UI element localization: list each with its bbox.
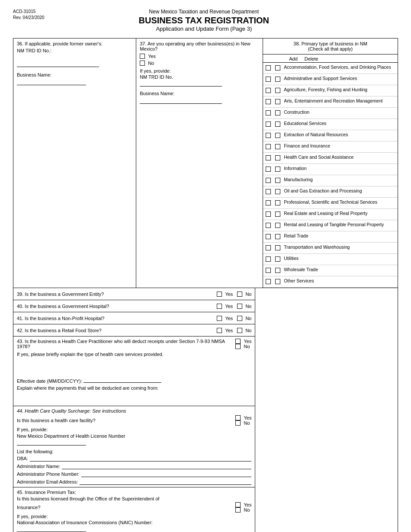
biz-type-del-checkbox-11[interactable]	[275, 189, 280, 194]
biz-type-label: Construction	[284, 109, 395, 115]
biz-type-label: Extraction of Natural Resources	[284, 132, 395, 138]
biz-type-del-checkbox-7[interactable]	[275, 144, 280, 149]
doc-id: ACD-31015 Rev. 04/23/2020	[13, 9, 45, 21]
q43-yes-checkbox[interactable]	[235, 339, 241, 344]
biz-type-del-checkbox-0[interactable]	[275, 65, 280, 71]
q39-no-checkbox[interactable]	[237, 292, 242, 297]
biz-type-label: Educational Services	[284, 121, 395, 127]
section-36: 36. If applicable, provide former owner'…	[13, 38, 136, 288]
biz-type-del-checkbox-19[interactable]	[275, 279, 280, 284]
q44-dba-field[interactable]	[30, 455, 252, 461]
q45-line2: Insurance?	[17, 505, 235, 510]
biz-type-del-checkbox-2[interactable]	[275, 88, 280, 93]
biz-type-del-checkbox-6[interactable]	[275, 133, 280, 138]
biz-type-del-checkbox-4[interactable]	[275, 110, 280, 115]
form-header: New Mexico Taxation and Revenue Departme…	[45, 9, 363, 32]
biz-type-add-checkbox-2[interactable]	[266, 88, 271, 93]
biz-type-add-checkbox-11[interactable]	[266, 189, 271, 194]
q43-effdate: Effective date (MM/DD/CCYY):	[17, 377, 251, 384]
biz-type-del-checkbox-8[interactable]	[275, 155, 280, 160]
biz-type-row: Professional, Scientific and Technical S…	[263, 198, 398, 209]
q37-ifyes: If yes, provide:	[140, 68, 259, 74]
biz-type-row: Educational Services	[263, 119, 398, 130]
biz-type-add-checkbox-15[interactable]	[266, 234, 271, 239]
q37-bizname-field[interactable]	[140, 98, 222, 104]
biz-type-row: Other Services	[263, 276, 398, 288]
biz-type-del-checkbox-18[interactable]	[275, 268, 280, 273]
biz-type-del-checkbox-15[interactable]	[275, 234, 280, 239]
q37-nmtrd: NM TRD ID No.	[140, 74, 259, 80]
biz-type-row: Real Estate and Leasing of Real Property	[263, 209, 398, 220]
q45-yes-checkbox[interactable]	[235, 502, 241, 507]
biz-type-del-checkbox-3[interactable]	[275, 99, 280, 104]
biz-type-del-checkbox-1[interactable]	[275, 77, 280, 82]
q44-adminname-field[interactable]	[62, 463, 251, 469]
q43-text: 43. Is the business a Health Care Practi…	[17, 339, 231, 349]
q43-no-checkbox[interactable]	[235, 344, 241, 349]
biz-type-add-checkbox-8[interactable]	[266, 155, 271, 160]
q44-adminemail-field[interactable]	[80, 479, 251, 485]
biz-type-del-checkbox-16[interactable]	[275, 245, 280, 250]
biz-type-add-checkbox-10[interactable]	[266, 178, 271, 183]
q45-no-checkbox[interactable]	[235, 507, 241, 513]
biz-type-del-checkbox-9[interactable]	[275, 167, 280, 172]
biz-type-label: Administrative and Support Services	[284, 76, 395, 82]
q37-yes-checkbox[interactable]	[140, 54, 145, 59]
q45-header: 45. Insurance Premium Tax:	[17, 490, 251, 495]
q37-nmtrd-field[interactable]	[140, 80, 222, 87]
q44-yes-checkbox[interactable]	[235, 415, 241, 420]
q39-row: 39. Is the business a Government Entity?…	[13, 288, 255, 300]
biz-type-row: Health Care and Social Assistance	[263, 153, 398, 164]
biz-type-del-checkbox-10[interactable]	[275, 178, 280, 183]
q43-effdate-field[interactable]	[83, 377, 161, 383]
q44-nmdept: New Mexico Department of Health License …	[17, 433, 251, 439]
q44-header: 44. Health Care Quality Surcharge: See i…	[17, 408, 251, 413]
q41-yes-checkbox[interactable]	[217, 316, 222, 321]
q44-list: List the following:	[17, 449, 251, 454]
biz-type-add-checkbox-7[interactable]	[266, 144, 271, 149]
biz-type-del-checkbox-5[interactable]	[275, 122, 280, 127]
q42-yes-checkbox[interactable]	[217, 328, 222, 333]
biz-type-add-checkbox-6[interactable]	[266, 133, 271, 138]
q37-label: 37. Are you operating any other business…	[140, 41, 259, 51]
q45-line1: Is this business licensed through the Of…	[17, 496, 251, 501]
biz-type-add-checkbox-18[interactable]	[266, 268, 271, 273]
biz-type-add-checkbox-5[interactable]	[266, 122, 271, 127]
biz-type-add-checkbox-16[interactable]	[266, 245, 271, 250]
section-38: 38. Primary type of business in NM (Chec…	[263, 38, 398, 288]
biz-type-del-checkbox-13[interactable]	[275, 212, 280, 217]
q36-nmtrd-field[interactable]	[17, 61, 99, 67]
q38-add-label: Add	[289, 56, 298, 61]
biz-type-add-checkbox-17[interactable]	[266, 256, 271, 262]
q39-yes-checkbox[interactable]	[217, 292, 222, 297]
biz-type-add-checkbox-13[interactable]	[266, 212, 271, 217]
biz-type-add-checkbox-9[interactable]	[266, 167, 271, 172]
q44-adminemail: Administrator Email Address:	[17, 479, 78, 484]
q37-no-checkbox[interactable]	[140, 61, 145, 66]
q45-block: 45. Insurance Premium Tax: Is this busin…	[13, 487, 255, 532]
q44-adminphone-field[interactable]	[81, 471, 252, 477]
q41-no-checkbox[interactable]	[237, 316, 242, 321]
q44-no-checkbox[interactable]	[235, 420, 241, 426]
q42-row: 42. Is the business a Retail Food Store?…	[13, 324, 255, 337]
biz-type-add-checkbox-19[interactable]	[266, 279, 271, 284]
q40-no-checkbox[interactable]	[237, 304, 242, 309]
biz-type-add-checkbox-3[interactable]	[266, 99, 271, 104]
q40-yes-checkbox[interactable]	[217, 304, 222, 309]
biz-type-add-checkbox-1[interactable]	[266, 77, 271, 82]
biz-type-label: Wholesale Trade	[284, 267, 395, 273]
biz-type-del-checkbox-17[interactable]	[275, 256, 280, 262]
q36-bizname-field[interactable]	[17, 79, 86, 85]
biz-type-label: Other Services	[284, 278, 395, 284]
q42-no-checkbox[interactable]	[237, 328, 242, 333]
biz-type-add-checkbox-0[interactable]	[266, 65, 271, 71]
biz-type-add-checkbox-4[interactable]	[266, 110, 271, 115]
biz-type-add-checkbox-14[interactable]	[266, 223, 271, 228]
biz-type-add-checkbox-12[interactable]	[266, 200, 271, 205]
q45-naic-field[interactable]	[17, 526, 86, 532]
q37-bizname: Business Name:	[140, 91, 259, 96]
q44-license-field[interactable]	[17, 439, 86, 445]
biz-type-del-checkbox-12[interactable]	[275, 200, 280, 205]
q45-ifyes: If yes, provide:	[17, 514, 251, 519]
biz-type-del-checkbox-14[interactable]	[275, 223, 280, 228]
